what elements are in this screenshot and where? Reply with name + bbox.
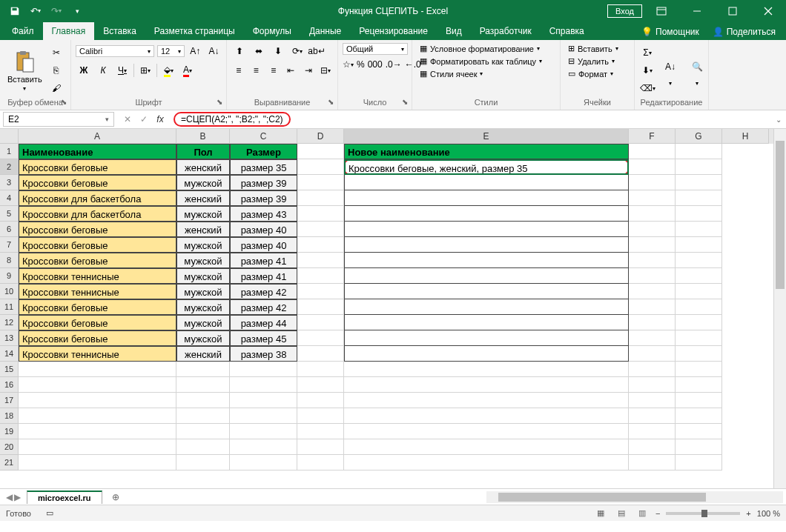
cell[interactable]: [676, 408, 722, 424]
cell[interactable]: [676, 206, 722, 222]
add-sheet-icon[interactable]: ⊕: [108, 490, 123, 505]
row-header[interactable]: 17: [0, 393, 19, 408]
cell[interactable]: [297, 439, 344, 455]
cell[interactable]: мужской: [176, 237, 230, 253]
cell[interactable]: [629, 393, 676, 408]
macro-record-icon[interactable]: ▭: [46, 508, 53, 518]
cell[interactable]: [297, 377, 344, 393]
col-header-G[interactable]: G: [676, 129, 722, 144]
cell[interactable]: [297, 144, 344, 159]
cell[interactable]: [676, 362, 722, 377]
cell[interactable]: [344, 299, 629, 315]
cell[interactable]: [297, 424, 344, 439]
cell[interactable]: Кроссовки теннисные: [19, 284, 176, 299]
fx-icon[interactable]: fx: [153, 112, 168, 127]
cell[interactable]: Кроссовки беговые: [19, 175, 176, 190]
align-launcher-icon[interactable]: ⬊: [326, 98, 336, 108]
sheet-nav-next-icon[interactable]: ▶: [14, 492, 21, 502]
cell[interactable]: [676, 237, 722, 253]
cell[interactable]: [19, 439, 176, 455]
cell[interactable]: размер 41: [230, 268, 297, 284]
cell[interactable]: [176, 393, 230, 408]
comma-icon[interactable]: 000: [368, 56, 383, 73]
col-header-F[interactable]: F: [629, 129, 676, 144]
cell[interactable]: [629, 330, 676, 346]
cell[interactable]: [230, 424, 297, 439]
cell[interactable]: [629, 346, 676, 362]
row-header[interactable]: 1: [0, 144, 19, 159]
cell[interactable]: [230, 377, 297, 393]
cell[interactable]: женский: [176, 346, 230, 362]
row-header[interactable]: 14: [0, 346, 19, 362]
cell[interactable]: [344, 393, 629, 408]
cell[interactable]: мужской: [176, 268, 230, 284]
cell[interactable]: [344, 222, 629, 237]
cell[interactable]: [176, 424, 230, 439]
cell[interactable]: [19, 362, 176, 377]
align-mid-icon[interactable]: ⬌: [251, 43, 267, 59]
decrease-font-icon[interactable]: A↓: [206, 43, 222, 59]
cell[interactable]: мужской: [176, 175, 230, 190]
cell[interactable]: [676, 424, 722, 439]
cell[interactable]: [230, 439, 297, 455]
row-header[interactable]: 13: [0, 330, 19, 346]
cell[interactable]: [344, 175, 629, 190]
row-header[interactable]: 5: [0, 206, 19, 222]
cell[interactable]: [629, 315, 676, 330]
row-header[interactable]: 19: [0, 424, 19, 439]
cell[interactable]: [344, 455, 629, 471]
cell[interactable]: [19, 408, 176, 424]
cell[interactable]: [676, 268, 722, 284]
normal-view-icon[interactable]: ▦: [593, 508, 608, 519]
cell[interactable]: [629, 455, 676, 471]
underline-button[interactable]: Ч▾: [114, 62, 131, 79]
tab-file[interactable]: Файл: [3, 22, 43, 40]
cell[interactable]: [344, 253, 629, 268]
cell[interactable]: мужской: [176, 299, 230, 315]
cell[interactable]: [297, 284, 344, 299]
cell[interactable]: [629, 190, 676, 206]
cell[interactable]: размер 35: [230, 159, 297, 175]
cell[interactable]: [676, 222, 722, 237]
italic-button[interactable]: К: [95, 62, 111, 79]
col-header-B[interactable]: B: [176, 129, 230, 144]
cell[interactable]: Кроссовки теннисные: [19, 268, 176, 284]
fill-icon[interactable]: ⬇▾: [639, 62, 655, 79]
close-icon[interactable]: [752, 0, 785, 21]
cell[interactable]: размер 41: [230, 253, 297, 268]
cell-styles-button[interactable]: ▦Стили ячеек▾: [417, 68, 555, 79]
cell[interactable]: [297, 206, 344, 222]
cell[interactable]: [629, 362, 676, 377]
dec-indent-icon[interactable]: ⇤: [284, 62, 299, 79]
col-header-A[interactable]: A: [19, 129, 176, 144]
row-header[interactable]: 12: [0, 315, 19, 330]
cell[interactable]: [629, 377, 676, 393]
vertical-scrollbar[interactable]: [773, 129, 786, 488]
tab-formulas[interactable]: Формулы: [244, 22, 300, 40]
col-header-C[interactable]: C: [230, 129, 297, 144]
cell[interactable]: размер 40: [230, 237, 297, 253]
col-header-E[interactable]: E: [344, 129, 629, 144]
cancel-formula-icon[interactable]: ✕: [120, 112, 135, 127]
cell[interactable]: размер 42: [230, 284, 297, 299]
cell[interactable]: размер 42: [230, 299, 297, 315]
expand-formula-icon[interactable]: ⌄: [771, 116, 786, 124]
cell[interactable]: [297, 159, 344, 175]
cell[interactable]: мужской: [176, 253, 230, 268]
cell[interactable]: [297, 408, 344, 424]
cell[interactable]: Кроссовки теннисные: [19, 346, 176, 362]
cell[interactable]: размер 38: [230, 346, 297, 362]
row-header[interactable]: 11: [0, 299, 19, 315]
cell[interactable]: [676, 144, 722, 159]
cell[interactable]: [629, 206, 676, 222]
format-cells-button[interactable]: ▭Формат▾: [565, 68, 630, 79]
insert-cells-button[interactable]: ⊞Вставить▾: [565, 43, 630, 54]
number-launcher-icon[interactable]: ⬊: [400, 98, 410, 108]
cell[interactable]: [629, 424, 676, 439]
cell[interactable]: [344, 424, 629, 439]
clear-icon[interactable]: ⌫▾: [639, 80, 655, 96]
cell[interactable]: Кроссовки беговые: [19, 299, 176, 315]
cell[interactable]: [676, 159, 722, 175]
orientation-icon[interactable]: ⟳▾: [289, 43, 306, 59]
tab-data[interactable]: Данные: [300, 22, 350, 40]
